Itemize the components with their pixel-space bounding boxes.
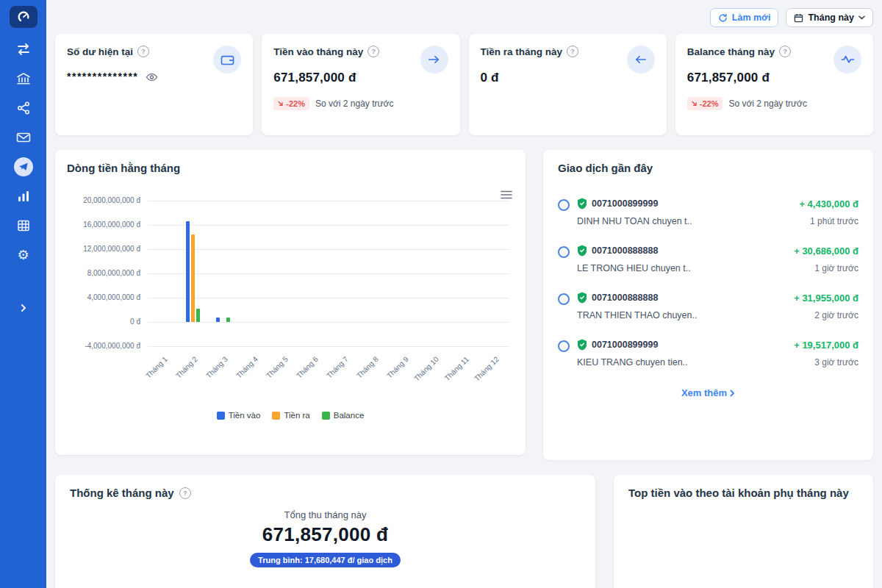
help-icon[interactable]: ? bbox=[567, 46, 578, 57]
stat-title: Tiền ra tháng này bbox=[481, 46, 563, 57]
bar-Balance-Tháng 3[interactable] bbox=[226, 318, 230, 322]
transaction-account: 0071000888888 bbox=[592, 245, 658, 256]
eye-toggle-icon[interactable] bbox=[146, 73, 158, 82]
see-more-link[interactable]: Xem thêm bbox=[558, 387, 858, 398]
stat-title: Balance tháng này bbox=[687, 46, 775, 57]
chevron-right-icon bbox=[730, 390, 735, 397]
timeline-dot-icon bbox=[558, 340, 570, 352]
stat-card-money-out: Tiền ra tháng này ? 0 đ bbox=[469, 34, 667, 135]
legend-swatch bbox=[272, 412, 280, 420]
sidebar-item-transfers[interactable] bbox=[9, 37, 38, 62]
gauge-logo-icon bbox=[16, 10, 31, 24]
sidebar-item-reports[interactable] bbox=[9, 184, 38, 209]
chart-gridline bbox=[148, 249, 509, 250]
transaction-amount: + 31,955,000 đ bbox=[794, 293, 858, 304]
calendar-icon bbox=[794, 13, 803, 23]
sidebar-item-telegram-active[interactable] bbox=[9, 154, 38, 179]
help-icon[interactable]: ? bbox=[179, 487, 191, 499]
chart-legend: Tiền vàoTiền raBalance bbox=[67, 411, 514, 420]
bar-Tiền ra-Tháng 2[interactable] bbox=[191, 234, 195, 322]
dashboard-page: ⚙ Làm mới Tháng này bbox=[0, 0, 882, 588]
shield-check-icon bbox=[577, 245, 587, 257]
transaction-row[interactable]: 0071000888888 + 31,955,000 đ TRAN THIEN … bbox=[558, 283, 858, 330]
bar-Tiền vào-Tháng 2[interactable] bbox=[186, 221, 190, 322]
mail-icon bbox=[16, 132, 31, 143]
transactions-title: Giao dịch gần đây bbox=[558, 162, 653, 174]
legend-label: Balance bbox=[334, 411, 365, 420]
help-icon[interactable]: ? bbox=[779, 46, 791, 57]
bar-chart-icon bbox=[17, 190, 30, 203]
y-axis-tick-label: -4,000,000,000 đ bbox=[67, 342, 140, 350]
refresh-icon bbox=[718, 13, 728, 23]
pulse-icon bbox=[833, 46, 861, 74]
legend-item-Tiền vào[interactable]: Tiền vào bbox=[217, 411, 261, 420]
share-nodes-icon bbox=[17, 101, 30, 115]
top-subaccounts-title: Top tiền vào theo tài khoản phụ tháng nà… bbox=[628, 487, 849, 499]
transaction-desc: LE TRONG HIEU chuyen t.. bbox=[577, 263, 691, 273]
cashflow-chart-card: Dòng tiền hằng tháng Tiền vàoTiền raBala… bbox=[55, 150, 526, 455]
y-axis-tick-label: 4,000,000,000 đ bbox=[67, 293, 140, 301]
telegram-send-icon bbox=[14, 157, 33, 176]
y-axis-tick-label: 8,000,000,000 đ bbox=[67, 269, 140, 277]
stat-title: Tiền vào tháng này bbox=[273, 46, 363, 57]
legend-item-Tiền ra[interactable]: Tiền ra bbox=[272, 411, 309, 420]
stat-title: Số dư hiện tại bbox=[67, 46, 133, 57]
shield-check-icon bbox=[577, 292, 587, 304]
trend-badge: -22% bbox=[687, 97, 723, 110]
sidebar-item-share[interactable] bbox=[9, 96, 38, 121]
transaction-amount: + 19,517,000 đ bbox=[794, 340, 858, 351]
legend-label: Tiền vào bbox=[229, 411, 261, 420]
transaction-row[interactable]: 0071000888888 + 30,686,000 đ LE TRONG HI… bbox=[558, 236, 858, 283]
chart-gridline bbox=[148, 298, 509, 298]
trend-down-arrow-icon bbox=[278, 101, 284, 107]
transaction-account: 0071000899999 bbox=[592, 340, 658, 350]
sidebar-item-table[interactable] bbox=[9, 213, 38, 238]
refresh-button[interactable]: Làm mới bbox=[710, 8, 779, 27]
wallet-icon bbox=[213, 46, 241, 74]
y-axis-tick-label: 12,000,000,000 đ bbox=[67, 245, 140, 253]
bar-Tiền vào-Tháng 3[interactable] bbox=[216, 318, 220, 322]
sidebar-expand-button[interactable] bbox=[9, 295, 38, 320]
y-axis-tick-label: 16,000,000,000 đ bbox=[67, 220, 140, 229]
transaction-desc: DINH NHU TOAN chuyen t.. bbox=[577, 216, 692, 226]
chart-gridline bbox=[148, 201, 509, 201]
average-per-transaction-badge: Trung bình: 17,680,447 đ/ giao dịch bbox=[250, 553, 401, 567]
shield-check-icon bbox=[577, 339, 587, 351]
chart-gridline bbox=[148, 273, 509, 274]
sidebar-item-settings[interactable]: ⚙ bbox=[9, 243, 38, 268]
stat-value: 671,857,000 đ bbox=[687, 71, 770, 85]
topbar: Làm mới Tháng này bbox=[55, 7, 873, 28]
chart-gridline bbox=[148, 322, 509, 323]
month-stats-card: Thống kê tháng này ? Tổng thu tháng này … bbox=[55, 475, 595, 588]
stat-card-money-in: Tiền vào tháng này ? 671,857,000 đ -22% bbox=[262, 34, 459, 135]
bar-Balance-Tháng 2[interactable] bbox=[196, 309, 200, 322]
transaction-desc: KIEU TRANG chuyen tien.. bbox=[577, 357, 688, 368]
help-icon[interactable]: ? bbox=[137, 46, 149, 57]
app-logo[interactable] bbox=[10, 6, 37, 28]
transaction-time: 1 phút trước bbox=[810, 216, 858, 226]
period-dropdown[interactable]: Tháng này bbox=[786, 8, 873, 27]
monthly-cashflow-chart: Tiền vàoTiền raBalance 20,000,000,000 đ1… bbox=[67, 179, 514, 440]
timeline-dot-icon bbox=[558, 246, 570, 258]
legend-item-Balance[interactable]: Balance bbox=[322, 411, 365, 420]
transaction-row[interactable]: 0071000899999 + 4,430,000 đ DINH NHU TOA… bbox=[558, 189, 858, 236]
compare-text: So với 2 ngày trước bbox=[315, 98, 393, 109]
compare-text: So với 2 ngày trước bbox=[728, 98, 806, 109]
period-label: Tháng này bbox=[808, 12, 854, 23]
timeline-dot-icon bbox=[558, 199, 570, 211]
sidebar-item-bank[interactable] bbox=[9, 66, 38, 91]
transaction-row[interactable]: 0071000899999 + 19,517,000 đ KIEU TRANG … bbox=[558, 330, 858, 377]
legend-swatch bbox=[322, 412, 330, 420]
transaction-time: 1 giờ trước bbox=[814, 263, 858, 273]
arrow-left-icon bbox=[627, 46, 655, 74]
legend-swatch bbox=[217, 412, 225, 420]
total-income-value: 671,857,000 đ bbox=[262, 523, 389, 546]
chevron-right-icon bbox=[20, 304, 27, 312]
help-icon[interactable]: ? bbox=[368, 46, 379, 57]
sidebar-item-messages[interactable] bbox=[9, 125, 38, 150]
timeline-dot-icon bbox=[558, 293, 570, 305]
table-grid-icon bbox=[17, 219, 30, 232]
sidebar: ⚙ bbox=[0, 0, 46, 588]
arrow-right-icon bbox=[420, 46, 448, 74]
stat-card-balance-month: Balance tháng này ? 671,857,000 đ -22% bbox=[675, 34, 873, 135]
